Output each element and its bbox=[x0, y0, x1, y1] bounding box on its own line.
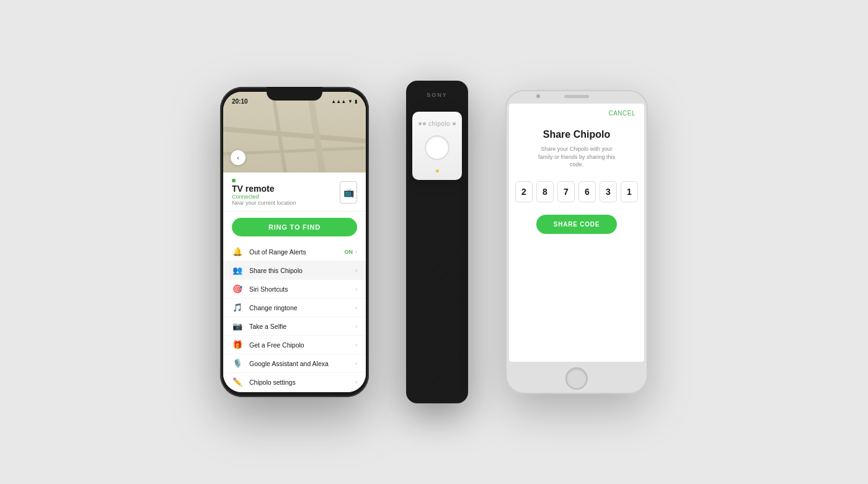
menu-item-shortcuts[interactable]: 🎯 Siri Shortcuts › bbox=[223, 280, 366, 298]
pencil-icon: ✏️ bbox=[232, 377, 243, 387]
connected-indicator bbox=[232, 179, 236, 182]
scene: 20:10 ▲▲▲ ▼ ▮ ‹ bbox=[0, 0, 868, 484]
menu-list: 🔔 Out of Range Alerts ON › 👥 Share this … bbox=[223, 243, 366, 392]
iphone-x-screen: 20:10 ▲▲▲ ▼ ▮ ‹ bbox=[223, 92, 366, 392]
chevron-icon: › bbox=[355, 286, 357, 292]
share-code-row: 2 8 7 6 3 1 bbox=[515, 181, 638, 202]
menu-item-ringtone[interactable]: 🎵 Change ringtone › bbox=[223, 298, 366, 317]
chipolo-brand: chipolo bbox=[428, 120, 450, 127]
code-digit-2: 8 bbox=[536, 181, 554, 202]
code-digit-6: 1 bbox=[621, 181, 638, 202]
chipolo-logo-area: chipolo bbox=[418, 120, 456, 127]
device-info: TV remote Connected Near your current lo… bbox=[232, 179, 296, 206]
connected-label: Connected bbox=[232, 194, 296, 200]
bell-icon: 🔔 bbox=[232, 247, 243, 256]
menu-label-settings: Chipolo settings bbox=[249, 379, 296, 386]
code-digit-5: 3 bbox=[600, 181, 617, 202]
home-button[interactable] bbox=[565, 367, 588, 390]
chevron-icon: › bbox=[355, 342, 357, 348]
middle-device: SONY chipolo bbox=[406, 81, 468, 403]
status-time: 20:10 bbox=[232, 98, 248, 105]
menu-label-ringtone: Change ringtone bbox=[249, 304, 298, 311]
device-name: TV remote bbox=[232, 184, 296, 194]
music-icon: 🎵 bbox=[232, 303, 243, 312]
share-body: Share Chipolo Share your Chipolo with yo… bbox=[509, 117, 644, 362]
menu-item-alerts[interactable]: 🔔 Out of Range Alerts ON › bbox=[223, 243, 366, 261]
battery-icon: ▮ bbox=[355, 99, 357, 104]
logo-dot3 bbox=[453, 122, 456, 125]
chevron-icon: › bbox=[355, 267, 357, 274]
cancel-button[interactable]: CANCEL bbox=[608, 110, 636, 117]
menu-item-selfie[interactable]: 📷 Take a Selfie › bbox=[223, 317, 366, 336]
chevron-icon: › bbox=[355, 323, 357, 329]
signal-icon: ▲▲▲ bbox=[331, 99, 346, 104]
on-badge: ON bbox=[345, 249, 353, 255]
device-content: TV remote Connected Near your current lo… bbox=[223, 173, 366, 392]
wifi-icon: ▼ bbox=[348, 99, 353, 104]
phone-iphone-x: 20:10 ▲▲▲ ▼ ▮ ‹ bbox=[220, 87, 369, 397]
menu-label-selfie: Take a Selfie bbox=[249, 323, 286, 330]
share-description: Share your Chipolo with your family or f… bbox=[533, 145, 620, 169]
camera-icon: 📷 bbox=[232, 321, 243, 331]
code-digit-4: 6 bbox=[578, 181, 596, 202]
menu-item-settings[interactable]: ✏️ Chipolo settings › bbox=[223, 373, 366, 392]
chipolo-led bbox=[436, 169, 439, 173]
share-icon: 👥 bbox=[232, 266, 243, 275]
menu-label-shortcuts: Siri Shortcuts bbox=[249, 285, 288, 293]
sony-remote: SONY chipolo bbox=[406, 81, 468, 403]
menu-label-share: Share this Chipolo bbox=[249, 267, 303, 274]
svg-line-2 bbox=[223, 148, 366, 154]
camera-dot bbox=[536, 94, 540, 98]
status-row bbox=[232, 179, 296, 182]
share-title: Share Chipolo bbox=[543, 129, 610, 140]
phone-7-bottom bbox=[505, 363, 648, 394]
chipolo-button[interactable] bbox=[425, 135, 450, 160]
device-location: Near your current location bbox=[232, 200, 296, 206]
mic-icon: 🎙️ bbox=[232, 359, 243, 368]
speaker-grille bbox=[564, 95, 589, 98]
share-code-button[interactable]: SHARE CODE bbox=[536, 215, 618, 234]
logo-dot2 bbox=[423, 122, 426, 125]
device-icon: 📺 bbox=[340, 181, 357, 204]
menu-label-assistant: Google Assistant and Alexa bbox=[249, 360, 329, 367]
chevron-icon: › bbox=[355, 305, 357, 311]
map-area: 20:10 ▲▲▲ ▼ ▮ ‹ bbox=[223, 92, 366, 173]
code-digit-3: 7 bbox=[557, 181, 575, 202]
menu-item-share[interactable]: 👥 Share this Chipolo › bbox=[223, 261, 366, 280]
ring-to-find-button[interactable]: RING TO FIND bbox=[232, 218, 357, 236]
back-button[interactable]: ‹ bbox=[231, 150, 246, 165]
iphone-7-screen: CANCEL Share Chipolo Share your Chipolo … bbox=[509, 104, 644, 362]
phone-iphone-7: CANCEL Share Chipolo Share your Chipolo … bbox=[505, 90, 648, 394]
phone-7-top bbox=[505, 90, 648, 102]
chevron-icon: › bbox=[355, 361, 357, 367]
notch bbox=[267, 87, 322, 101]
chipolo-card: chipolo bbox=[412, 112, 462, 180]
chevron-icon: › bbox=[355, 379, 357, 385]
svg-line-0 bbox=[223, 129, 366, 141]
chevron-icon: › bbox=[355, 249, 357, 255]
status-icons: ▲▲▲ ▼ ▮ bbox=[331, 99, 357, 104]
gift-icon: 🎁 bbox=[232, 340, 243, 349]
menu-item-free[interactable]: 🎁 Get a Free Chipolo › bbox=[223, 336, 366, 354]
shortcuts-icon: 🎯 bbox=[232, 284, 243, 294]
logo-dot1 bbox=[418, 122, 422, 125]
device-header: TV remote Connected Near your current lo… bbox=[223, 173, 366, 212]
menu-label-alerts: Out of Range Alerts bbox=[249, 248, 306, 256]
share-header: CANCEL bbox=[509, 104, 644, 117]
menu-label-free: Get a Free Chipolo bbox=[249, 341, 304, 349]
menu-item-assistant[interactable]: 🎙️ Google Assistant and Alexa › bbox=[223, 354, 366, 373]
code-digit-1: 2 bbox=[515, 181, 533, 202]
